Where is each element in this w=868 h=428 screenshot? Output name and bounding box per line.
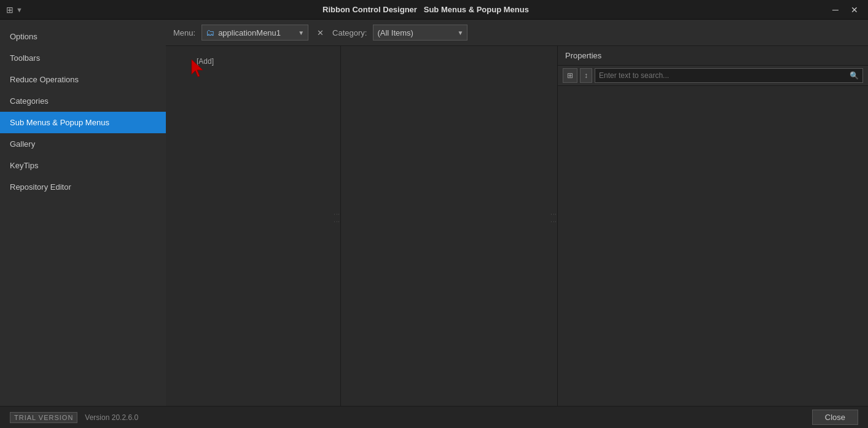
sidebar-item-keytips[interactable]: KeyTips <box>0 155 166 176</box>
properties-toolbar: ⊞ ↕ 🔍 <box>558 66 868 86</box>
sort-icon: ↕ <box>584 71 588 80</box>
sidebar-item-repository-editor[interactable]: Repository Editor <box>0 176 166 198</box>
right-panel: Properties ⊞ ↕ 🔍 <box>558 46 868 406</box>
sidebar-item-categories[interactable]: Categories <box>0 90 166 112</box>
toolbar-row: Menu: 🗂 applicationMenu1 ▼ ✕ Category: (… <box>166 20 868 46</box>
sidebar-item-reduce-operations[interactable]: Reduce Operations <box>0 69 166 90</box>
categorize-icon: ⊞ <box>567 71 573 80</box>
title-bar: ⊞▼ Ribbon Control Designer Sub Menus & P… <box>0 0 868 20</box>
sort-button[interactable]: ↕ <box>580 68 592 83</box>
main-layout: Options Toolbars Reduce Operations Categ… <box>0 20 868 406</box>
category-dropdown-arrow: ▼ <box>457 29 463 36</box>
properties-content <box>558 86 868 406</box>
footer-left: TRIAL VERSION Version 20.2.6.0 <box>10 412 138 423</box>
grid-icon[interactable]: ⊞▼ <box>6 5 23 15</box>
left-panel-separator[interactable]: ⋮⋮ <box>334 211 340 226</box>
footer: TRIAL VERSION Version 20.2.6.0 Close <box>0 406 868 428</box>
category-label: Category: <box>332 28 367 37</box>
close-footer-button[interactable]: Close <box>812 410 858 425</box>
menu-label: Menu: <box>173 28 195 37</box>
middle-panel-separator[interactable]: ⋮⋮ <box>550 211 557 226</box>
svg-marker-0 <box>192 60 203 77</box>
title-bar-title: Ribbon Control Designer Sub Menus & Popu… <box>23 5 829 14</box>
search-input[interactable] <box>599 71 850 80</box>
menu-close-button[interactable]: ✕ <box>315 28 326 37</box>
middle-panel: ⋮⋮ <box>341 46 558 406</box>
menu-value: applicationMenu1 <box>218 28 292 37</box>
properties-title: Properties <box>565 51 601 60</box>
category-select[interactable]: (All Items) ▼ <box>373 25 467 41</box>
footer-version: Version 20.2.6.0 <box>85 413 138 422</box>
trial-badge: TRIAL VERSION <box>10 412 77 423</box>
app-name: Ribbon Control Designer <box>323 5 417 14</box>
search-icon: 🔍 <box>850 71 859 80</box>
sidebar-item-gallery[interactable]: Gallery <box>0 133 166 155</box>
page-title: Sub Menus & Popup Menus <box>424 5 529 14</box>
sidebar-item-sub-menus[interactable]: Sub Menus & Popup Menus <box>0 112 166 133</box>
search-button[interactable]: 🔍 <box>850 71 859 80</box>
left-panel: [Add] ⋮⋮ <box>166 46 341 406</box>
sidebar-item-toolbars[interactable]: Toolbars <box>0 47 166 69</box>
content-area: Menu: 🗂 applicationMenu1 ▼ ✕ Category: (… <box>166 20 868 406</box>
minimize-button[interactable]: ─ <box>829 4 842 16</box>
title-bar-controls: ─ ✕ <box>829 4 862 16</box>
menu-icon: 🗂 <box>206 28 214 37</box>
cursor-arrow <box>189 58 206 80</box>
sidebar-nav: Options Toolbars Reduce Operations Categ… <box>0 20 166 406</box>
menu-select[interactable]: 🗂 applicationMenu1 ▼ <box>201 25 308 41</box>
close-title-button[interactable]: ✕ <box>847 4 862 16</box>
menu-dropdown-arrow: ▼ <box>298 29 304 36</box>
panels-row: [Add] ⋮⋮ ⋮⋮ Properties <box>166 46 868 406</box>
properties-header: Properties <box>558 46 868 66</box>
sidebar-item-options[interactable]: Options <box>0 26 166 47</box>
categorize-button[interactable]: ⊞ <box>563 68 577 83</box>
search-wrapper[interactable]: 🔍 <box>595 68 863 83</box>
category-value: (All Items) <box>377 28 451 37</box>
sidebar: Options Toolbars Reduce Operations Categ… <box>0 20 166 406</box>
